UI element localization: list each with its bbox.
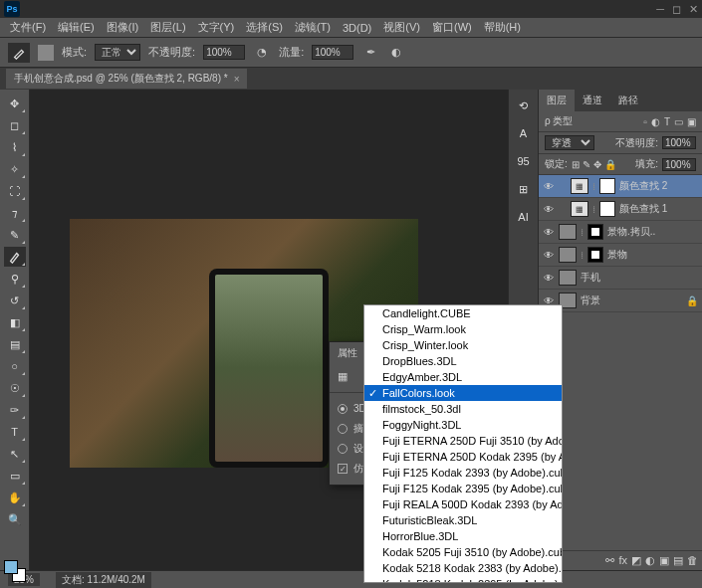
lock-pixels-icon[interactable]: ✎ bbox=[583, 159, 590, 170]
mode-select[interactable]: 正常 bbox=[95, 44, 140, 61]
color-swatches[interactable] bbox=[4, 560, 26, 582]
lut-option[interactable]: Fuji ETERNA 250D Kodak 2395 (by Adobe).c… bbox=[364, 449, 562, 465]
filter-shape-icon[interactable]: ▭ bbox=[674, 116, 683, 127]
shape-tool[interactable]: ▭ bbox=[4, 466, 26, 486]
filter-type-icon[interactable]: T bbox=[664, 116, 670, 127]
zoom-tool[interactable]: 🔍 bbox=[4, 509, 26, 529]
menu-item[interactable]: 图像(I) bbox=[103, 18, 142, 37]
filter-smart-icon[interactable]: ▣ bbox=[687, 116, 696, 127]
brush-tool[interactable] bbox=[4, 247, 26, 267]
lut-option[interactable]: Kodak 5218 Kodak 2383 (by Adobe).cube bbox=[364, 560, 562, 576]
delete-layer-icon[interactable]: 🗑 bbox=[687, 554, 698, 567]
panel-tab[interactable]: 通道 bbox=[575, 90, 610, 111]
eraser-tool[interactable]: ◧ bbox=[4, 312, 26, 332]
close-icon[interactable]: ✕ bbox=[689, 3, 698, 16]
layer-fx-icon[interactable]: fx bbox=[618, 554, 627, 567]
props-tab[interactable]: 属性 bbox=[330, 342, 365, 364]
layer-row[interactable]: 👁▦⁞颜色查找 1 bbox=[539, 198, 702, 221]
type-tool[interactable]: T bbox=[4, 422, 26, 442]
airbrush-icon[interactable]: ✒ bbox=[361, 44, 379, 62]
layer-row[interactable]: 👁▦⁞颜色查找 2 bbox=[539, 175, 702, 198]
lut-option[interactable]: HorrorBlue.3DL bbox=[364, 528, 562, 544]
pressure-size-icon[interactable]: ◐ bbox=[387, 44, 405, 62]
layer-row[interactable]: 👁⁞景物 bbox=[539, 244, 702, 267]
pen-tool[interactable]: ✑ bbox=[4, 400, 26, 420]
swatches-icon[interactable]: ⊞ bbox=[513, 179, 535, 199]
marquee-tool[interactable]: ◻ bbox=[4, 115, 26, 135]
move-tool[interactable]: ✥ bbox=[4, 94, 26, 113]
lock-all-icon[interactable]: 🔒 bbox=[604, 159, 616, 170]
minimize-icon[interactable]: ─ bbox=[656, 3, 664, 16]
healing-tool[interactable]: ✎ bbox=[4, 225, 26, 245]
fill-input[interactable] bbox=[662, 158, 696, 171]
link-layers-icon[interactable]: ⚯ bbox=[605, 554, 614, 567]
new-group-icon[interactable]: ▣ bbox=[659, 554, 669, 567]
menu-item[interactable]: 选择(S) bbox=[242, 18, 287, 37]
lut-option[interactable]: Fuji ETERNA 250D Fuji 3510 (by Adobe).cu… bbox=[364, 433, 562, 449]
layer-row[interactable]: 👁手机 bbox=[539, 267, 702, 290]
char-icon[interactable]: A bbox=[513, 123, 535, 143]
new-adjustment-icon[interactable]: ◐ bbox=[645, 554, 655, 567]
menu-item[interactable]: 文字(Y) bbox=[194, 18, 239, 37]
layer-mask-icon[interactable]: ◩ bbox=[631, 554, 641, 567]
lut-option[interactable]: Fuji F125 Kodak 2395 (by Adobe).cube bbox=[364, 481, 562, 496]
visibility-icon[interactable]: 👁 bbox=[543, 227, 555, 238]
history-brush-tool[interactable]: ↺ bbox=[4, 291, 26, 310]
lut-option[interactable]: DropBlues.3DL bbox=[364, 353, 562, 369]
lut-option[interactable]: Candlelight.CUBE bbox=[364, 305, 562, 321]
layer-opacity-input[interactable] bbox=[662, 136, 696, 149]
brush-tool-preset-icon[interactable] bbox=[8, 43, 30, 63]
blend-mode-select[interactable]: 穿透 bbox=[545, 135, 594, 150]
close-tab-icon[interactable]: × bbox=[234, 74, 240, 85]
lut-option[interactable]: Kodak 5218 Kodak 2395 (by Adobe).cube bbox=[364, 576, 562, 583]
layer-row[interactable]: 👁背景🔒 bbox=[539, 290, 702, 312]
eyedropper-tool[interactable]: ⁊ bbox=[4, 203, 26, 223]
stamp-tool[interactable]: ⚲ bbox=[4, 269, 26, 289]
filter-adj-icon[interactable]: ◐ bbox=[651, 116, 660, 127]
visibility-icon[interactable]: 👁 bbox=[543, 181, 555, 192]
quick-select-tool[interactable]: ✧ bbox=[4, 159, 26, 179]
layer-row[interactable]: 👁⁞景物.拷贝.. bbox=[539, 221, 702, 244]
lasso-tool[interactable]: ⌇ bbox=[4, 137, 26, 157]
lut-option[interactable]: EdgyAmber.3DL bbox=[364, 369, 562, 385]
crop-tool[interactable]: ⛶ bbox=[4, 181, 26, 201]
hand-tool[interactable]: ✋ bbox=[4, 488, 26, 507]
lut-option[interactable]: FuturisticBleak.3DL bbox=[364, 512, 562, 528]
history-icon[interactable]: ⟲ bbox=[513, 96, 535, 115]
blur-tool[interactable]: ○ bbox=[4, 356, 26, 376]
doc-info[interactable]: 文档: 11.2M/40.2M bbox=[56, 572, 151, 588]
lut-option[interactable]: FallColors.look bbox=[364, 385, 562, 401]
al-icon[interactable]: AI bbox=[513, 207, 535, 227]
opacity-input[interactable] bbox=[203, 45, 245, 60]
document-tab[interactable]: 手机创意合成.psd @ 25% (颜色查找 2, RGB/8) * × bbox=[6, 69, 247, 89]
menu-item[interactable]: 3D(D) bbox=[339, 20, 375, 36]
95-icon[interactable]: 95 bbox=[513, 151, 535, 171]
lut-option[interactable]: Crisp_Warm.look bbox=[364, 321, 562, 337]
dither-checkbox[interactable]: ✓ bbox=[338, 464, 348, 474]
menu-item[interactable]: 帮助(H) bbox=[480, 18, 525, 37]
visibility-icon[interactable]: 👁 bbox=[543, 250, 555, 261]
lut-option[interactable]: FoggyNight.3DL bbox=[364, 417, 562, 433]
lut-option[interactable]: Fuji F125 Kodak 2393 (by Adobe).cube bbox=[364, 465, 562, 481]
lut-option[interactable]: Crisp_Winter.look bbox=[364, 337, 562, 353]
new-layer-icon[interactable]: ▤ bbox=[673, 554, 683, 567]
lut-dropdown-list[interactable]: Candlelight.CUBECrisp_Warm.lookCrisp_Win… bbox=[363, 304, 563, 583]
visibility-icon[interactable]: 👁 bbox=[543, 273, 555, 284]
menu-item[interactable]: 文件(F) bbox=[6, 18, 50, 37]
lut-option[interactable]: Fuji REALA 500D Kodak 2393 (by Adobe).cu… bbox=[364, 496, 562, 512]
lock-transparency-icon[interactable]: ⊞ bbox=[572, 159, 580, 170]
menu-item[interactable]: 滤镜(T) bbox=[291, 18, 335, 37]
gradient-tool[interactable]: ▤ bbox=[4, 334, 26, 354]
lut-option[interactable]: filmstock_50.3dl bbox=[364, 401, 562, 417]
flow-input[interactable] bbox=[312, 45, 353, 60]
menu-item[interactable]: 图层(L) bbox=[146, 18, 189, 37]
brush-preview[interactable] bbox=[38, 45, 54, 61]
path-select-tool[interactable]: ↖ bbox=[4, 444, 26, 464]
panel-tab[interactable]: 图层 bbox=[539, 90, 575, 111]
visibility-icon[interactable]: 👁 bbox=[543, 204, 555, 215]
lock-position-icon[interactable]: ✥ bbox=[593, 159, 601, 170]
menu-item[interactable]: 窗口(W) bbox=[428, 18, 476, 37]
menu-item[interactable]: 视图(V) bbox=[379, 18, 424, 37]
panel-tab[interactable]: 路径 bbox=[610, 90, 646, 111]
filter-pixel-icon[interactable]: ▫ bbox=[643, 116, 647, 127]
